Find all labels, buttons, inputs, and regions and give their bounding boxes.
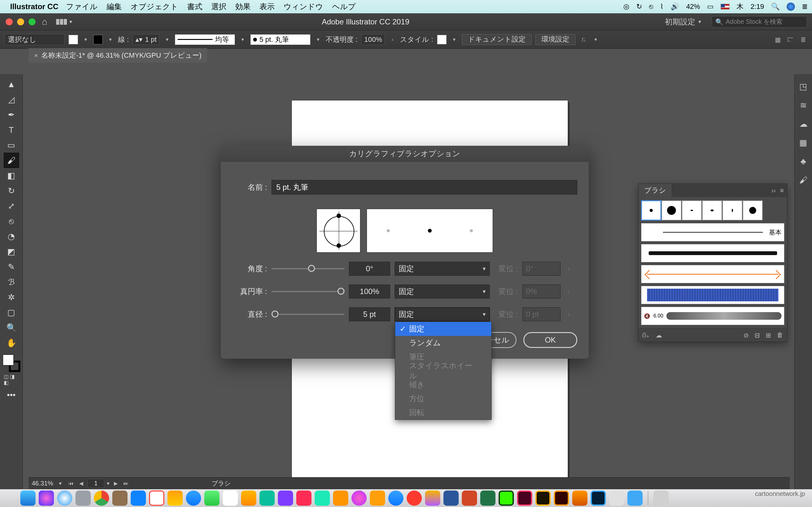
calendar-dock-icon[interactable]: [149, 491, 164, 506]
brush-row-basic[interactable]: 基本: [641, 223, 784, 241]
last-artboard-icon[interactable]: ⏭: [122, 481, 130, 487]
battery-icon[interactable]: ▭: [707, 3, 714, 11]
chevron-right-icon[interactable]: ›: [389, 35, 396, 44]
itunes-dock-icon[interactable]: [351, 491, 367, 506]
panel-menu-icon[interactable]: ≡: [780, 187, 784, 194]
chevron-down-icon[interactable]: ▾: [163, 35, 171, 44]
draw-mode-icon[interactable]: ◫ ◨ ◧: [4, 372, 19, 387]
next-artboard-icon[interactable]: ▶: [112, 481, 119, 487]
menu-type[interactable]: 書式: [187, 2, 202, 12]
new-brush-icon[interactable]: ⊞: [766, 331, 771, 339]
document-tab[interactable]: × 名称未設定-1* @ 46.31% (CMYK/GPU プレビュー): [29, 48, 207, 63]
roundness-value-input[interactable]: 100%: [349, 285, 390, 298]
dropdown-option[interactable]: ランダム: [395, 336, 491, 350]
chevron-down-icon[interactable]: ▾: [69, 19, 72, 25]
stroke-weight-stepper[interactable]: ▴▾1 pt: [133, 34, 159, 45]
menu-effect[interactable]: 効果: [235, 2, 251, 12]
chevron-down-icon[interactable]: ▾: [592, 35, 600, 44]
roundness-variation-dropdown[interactable]: 固定 ▾: [395, 285, 490, 298]
menu-object[interactable]: オブジェクト: [131, 2, 178, 12]
safari-dock-icon[interactable]: [57, 491, 72, 506]
minimize-window-icon[interactable]: [17, 18, 24, 25]
volume-icon[interactable]: 🔊: [670, 3, 679, 11]
zoom-value[interactable]: 46.31%: [32, 480, 53, 487]
bluetooth-icon[interactable]: ⎋: [649, 3, 653, 11]
brush-options-icon[interactable]: ⊟: [755, 331, 760, 339]
brush-thumb[interactable]: [702, 200, 722, 221]
brushes-tab[interactable]: ブラシ: [639, 184, 672, 197]
brushes-panel-icon[interactable]: 🖌: [799, 175, 808, 185]
layers-panel-icon[interactable]: ≋: [800, 101, 807, 110]
chevron-down-icon[interactable]: ▾: [450, 35, 458, 44]
brush-row-soft[interactable]: 🔇 6.00: [641, 307, 784, 325]
paintbrush-tool-icon[interactable]: 🖌: [4, 153, 19, 168]
word-dock-icon[interactable]: [444, 491, 459, 506]
shape-builder-tool-icon[interactable]: ◔: [4, 229, 19, 244]
brush-angle-preview[interactable]: [316, 209, 361, 253]
menu-select[interactable]: 選択: [211, 2, 226, 12]
selection-tool-icon[interactable]: ▲: [4, 77, 19, 92]
eyedropper-tool-icon[interactable]: ✎: [4, 259, 19, 274]
cc-sync-icon[interactable]: ◎: [623, 3, 629, 11]
brush-libraries-icon[interactable]: ⎙▸: [642, 331, 650, 339]
menu-help[interactable]: ヘルプ: [332, 2, 356, 12]
rotate-tool-icon[interactable]: ↻: [4, 183, 19, 199]
appearance-panel-icon[interactable]: ▦: [799, 138, 807, 148]
chevron-down-icon[interactable]: ▾: [59, 481, 61, 487]
home-icon[interactable]: ⌂: [42, 17, 47, 27]
illustrator-dock-icon[interactable]: [554, 491, 569, 506]
direct-selection-tool-icon[interactable]: ◿: [4, 92, 19, 107]
diameter-value-input[interactable]: 5 pt: [349, 307, 390, 321]
menu-file[interactable]: ファイル: [66, 2, 98, 12]
zoom-tool-icon[interactable]: 🔍: [4, 320, 19, 335]
panel-collapse-icon[interactable]: ››: [771, 187, 775, 194]
document-setup-button[interactable]: ドキュメント設定: [462, 34, 531, 45]
eraser-tool-icon[interactable]: ◧: [4, 168, 19, 183]
align-to-icon[interactable]: ⎌: [579, 35, 588, 44]
close-tab-icon[interactable]: ×: [34, 52, 38, 59]
app-dock-icon[interactable]: [167, 491, 183, 506]
trash-dock-icon[interactable]: [653, 491, 669, 506]
app-dock-icon[interactable]: [296, 491, 311, 506]
artboard-tool-icon[interactable]: ▢: [4, 305, 19, 320]
spotlight-icon[interactable]: 🔍: [771, 3, 780, 11]
app-dock-icon[interactable]: [609, 491, 624, 506]
type-tool-icon[interactable]: T: [4, 122, 19, 137]
brush-row-pattern[interactable]: [641, 286, 784, 304]
close-window-icon[interactable]: [6, 18, 13, 25]
photos-dock-icon[interactable]: [223, 491, 238, 506]
excel-dock-icon[interactable]: [480, 491, 496, 506]
wifi-icon[interactable]: ⌇: [660, 3, 664, 11]
brush-thumb[interactable]: [681, 200, 702, 221]
edit-toolbar-icon[interactable]: •••: [4, 387, 19, 402]
delete-brush-icon[interactable]: 🗑: [777, 331, 783, 339]
photoshop-dock-icon[interactable]: [591, 491, 606, 506]
angle-variation-dropdown[interactable]: 固定 ▾: [395, 262, 490, 276]
menu-window[interactable]: ウィンドウ: [284, 2, 323, 12]
siri-icon[interactable]: [786, 3, 795, 11]
input-source-flag-icon[interactable]: [721, 4, 729, 9]
zoom-window-icon[interactable]: [29, 18, 36, 25]
app-dock-icon[interactable]: [278, 491, 293, 506]
hand-tool-icon[interactable]: ✋: [4, 335, 19, 350]
app-dock-icon[interactable]: [425, 491, 440, 506]
menu-view[interactable]: 表示: [259, 2, 275, 12]
dreamweaver-dock-icon[interactable]: [499, 491, 514, 506]
graphic-styles-icon[interactable]: ♣: [801, 157, 806, 166]
pen-tool-icon[interactable]: ✒: [4, 107, 19, 122]
brush-row-arrow[interactable]: [641, 265, 784, 283]
powerpoint-dock-icon[interactable]: [462, 491, 477, 506]
libraries-icon[interactable]: ☁: [656, 331, 662, 339]
timemachine-icon[interactable]: ↻: [636, 3, 642, 11]
angle-slider[interactable]: [271, 268, 345, 269]
rectangle-tool-icon[interactable]: ▭: [4, 137, 19, 153]
brush-thumb[interactable]: [722, 200, 743, 221]
app-dock-icon[interactable]: [315, 491, 330, 506]
fill-stroke-control[interactable]: [3, 354, 20, 372]
indesign-dock-icon[interactable]: [517, 491, 532, 506]
brush-thumb[interactable]: [743, 200, 763, 221]
app-dock-icon[interactable]: [259, 491, 275, 506]
stroke-swatch[interactable]: [93, 35, 103, 44]
fill-color-icon[interactable]: [3, 354, 14, 366]
graphic-style-swatch[interactable]: [437, 35, 447, 44]
